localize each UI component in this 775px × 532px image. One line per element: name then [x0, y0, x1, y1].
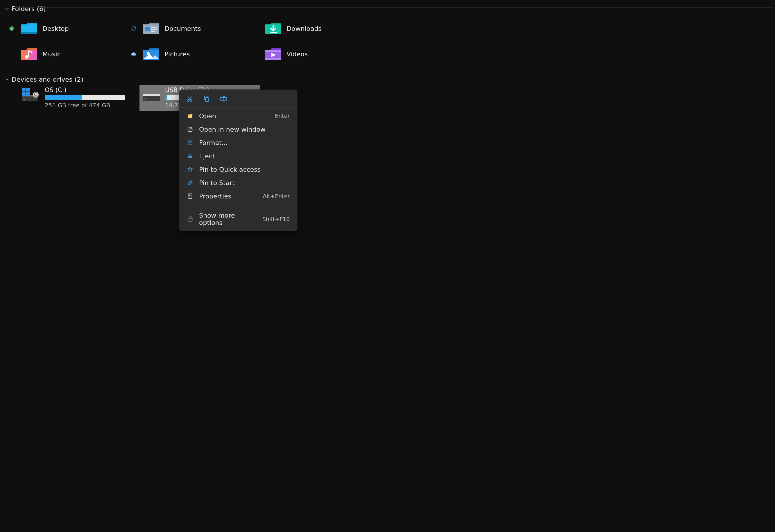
svg-rect-37 [188, 157, 192, 158]
documents-folder-icon [142, 21, 160, 36]
svg-point-29 [145, 98, 146, 99]
context-menu: Open Enter Open in new window Format... … [179, 89, 297, 231]
cloud-icon [131, 52, 137, 56]
menu-accel: Alt+Enter [263, 193, 290, 199]
svg-rect-4 [145, 27, 150, 31]
svg-point-20 [24, 99, 25, 100]
pin-icon [186, 179, 194, 187]
folders-grid: Desktop Documents Downloads Music [0, 14, 775, 71]
drives-row: OS (C:) 251 GB free of 474 GB USB Drive … [0, 85, 775, 111]
menu-item-show-more-options[interactable]: Show more options Shift+F10 [182, 209, 295, 229]
menu-item-format[interactable]: Format... [182, 136, 295, 149]
section-header-folders[interactable]: Folders (6) [0, 0, 775, 14]
folder-item-downloads[interactable]: Downloads [250, 21, 372, 36]
menu-label: Open [199, 112, 270, 120]
folder-item-videos[interactable]: Videos [250, 46, 372, 62]
menu-label: Eject [199, 153, 284, 160]
menu-accel: Enter [275, 113, 290, 119]
svg-rect-39 [189, 195, 190, 195]
svg-rect-21 [22, 88, 26, 92]
menu-item-pin-quick-access[interactable]: Pin to Quick access [182, 163, 295, 176]
music-folder-icon [20, 47, 38, 61]
svg-rect-24 [26, 92, 30, 96]
usb-drive-icon [141, 87, 161, 102]
folder-open-icon [186, 112, 194, 120]
cut-button[interactable] [184, 94, 195, 104]
context-menu-iconbar [179, 90, 297, 108]
folder-label: Music [42, 51, 61, 58]
chevron-down-icon [5, 78, 9, 81]
svg-rect-7 [151, 31, 155, 32]
menu-label: Open in new window [199, 126, 284, 133]
menu-accel: Shift+F10 [262, 216, 290, 222]
svg-rect-17 [265, 58, 281, 60]
menu-label: Show more options [199, 212, 257, 226]
capacity-bar [45, 95, 125, 100]
rename-button[interactable] [218, 94, 229, 104]
eject-icon [186, 152, 194, 160]
svg-rect-2 [21, 32, 37, 34]
svg-rect-12 [28, 51, 29, 57]
drive-title: OS (C:) [45, 87, 136, 94]
folder-item-desktop[interactable]: Desktop [6, 21, 128, 36]
folder-item-music[interactable]: Music [6, 46, 128, 62]
more-options-icon [186, 215, 194, 223]
star-icon [186, 166, 194, 173]
menu-label: Pin to Quick access [199, 166, 284, 173]
divider [182, 206, 295, 206]
menu-item-properties[interactable]: Properties Alt+Enter [182, 189, 295, 203]
svg-rect-16 [265, 50, 281, 52]
svg-rect-32 [205, 98, 209, 101]
menu-item-pin-to-start[interactable]: Pin to Start [182, 176, 295, 189]
menu-item-open[interactable]: Open Enter [182, 109, 295, 123]
folder-item-pictures[interactable]: Pictures [128, 46, 250, 62]
svg-rect-28 [143, 94, 160, 96]
section-header-drives[interactable]: Devices and drives (2) [0, 71, 775, 85]
svg-point-36 [189, 144, 189, 144]
section-title: Folders (6) [12, 5, 46, 12]
menu-label: Properties [199, 193, 257, 200]
menu-label: Format... [199, 139, 284, 146]
folder-label: Downloads [286, 25, 322, 32]
properties-icon [186, 192, 194, 200]
svg-rect-33 [220, 97, 227, 100]
svg-rect-22 [26, 88, 30, 92]
drive-item-c[interactable]: OS (C:) 251 GB free of 474 GB [19, 85, 139, 111]
svg-rect-6 [151, 29, 157, 30]
drive-subtext: 251 GB free of 474 GB [45, 102, 136, 109]
synced-check-icon [9, 26, 15, 31]
svg-rect-27 [143, 95, 160, 101]
svg-point-0 [9, 26, 14, 31]
svg-rect-5 [151, 27, 157, 28]
svg-rect-23 [22, 92, 26, 96]
folder-label: Pictures [164, 51, 190, 58]
os-drive-icon [21, 87, 41, 102]
section-title: Devices and drives (2) [12, 76, 83, 83]
menu-item-eject[interactable]: Eject [182, 149, 295, 163]
svg-rect-26 [34, 95, 37, 98]
videos-folder-icon [264, 47, 282, 61]
menu-item-open-new-window[interactable]: Open in new window [182, 123, 295, 136]
open-external-icon [186, 126, 194, 133]
folder-label: Documents [164, 25, 201, 32]
svg-rect-9 [270, 32, 277, 33]
folder-label: Desktop [42, 25, 69, 32]
folder-item-documents[interactable]: Documents [128, 21, 250, 36]
downloads-folder-icon [264, 21, 282, 36]
desktop-folder-icon [20, 21, 38, 36]
divider [38, 7, 773, 8]
format-drive-icon [186, 139, 194, 146]
folder-label: Videos [286, 51, 308, 58]
pictures-folder-icon [142, 47, 160, 61]
chevron-down-icon [5, 7, 9, 11]
menu-label: Pin to Start [199, 179, 284, 187]
syncing-icon [130, 25, 137, 32]
copy-button[interactable] [201, 94, 212, 104]
